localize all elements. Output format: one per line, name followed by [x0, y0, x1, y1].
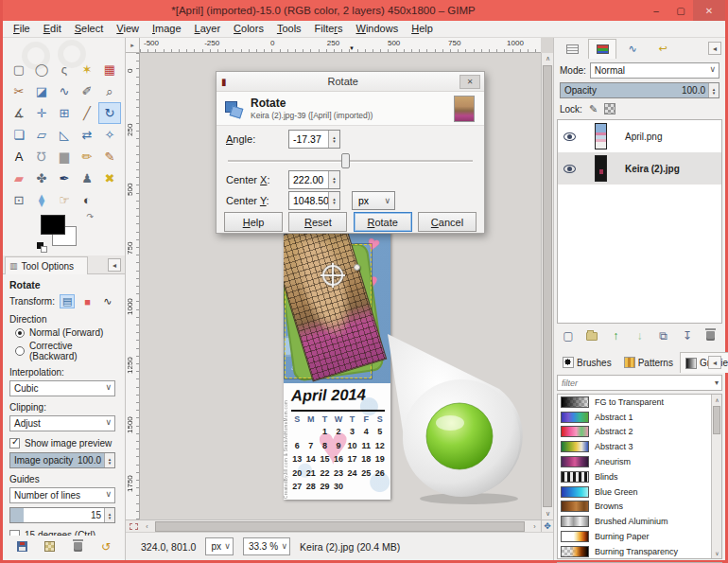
- show-preview-checkbox[interactable]: Show image preview: [9, 438, 115, 449]
- cage-transform-tool[interactable]: ✧: [98, 124, 121, 146]
- guides-type-select[interactable]: Number of lines: [9, 487, 115, 503]
- gradient-row[interactable]: Blue Green: [558, 484, 721, 500]
- fifteen-degrees-checkbox[interactable]: 15 degrees (Ctrl): [9, 530, 115, 536]
- clone-tool[interactable]: ♟: [76, 167, 98, 189]
- cancel-button[interactable]: Cancel: [418, 212, 477, 232]
- ruler-corner-button[interactable]: ▸: [126, 38, 140, 53]
- undo-history-tab[interactable]: ↩: [649, 39, 677, 59]
- angle-slider[interactable]: [228, 153, 473, 168]
- fuzzy-select-tool[interactable]: ✶: [76, 59, 98, 80]
- visibility-eye-icon[interactable]: [563, 165, 576, 173]
- dock-collapse-button[interactable]: ◂: [708, 42, 721, 55]
- angle-input[interactable]: -17.37: [288, 130, 340, 149]
- gradient-row[interactable]: Abstract 3: [558, 439, 721, 454]
- menu-image[interactable]: Image: [146, 21, 188, 37]
- menu-layer[interactable]: Layer: [188, 21, 228, 37]
- save-tool-preset-button[interactable]: [12, 538, 31, 554]
- menu-colors[interactable]: Colors: [227, 21, 270, 37]
- scroll-right-icon[interactable]: ›: [529, 523, 541, 530]
- transform-path-icon[interactable]: ∿: [100, 294, 115, 308]
- new-layer-button[interactable]: ▢: [559, 328, 578, 344]
- channels-tab[interactable]: [558, 39, 586, 59]
- angle-slider-thumb[interactable]: [341, 153, 350, 168]
- visibility-eye-icon[interactable]: [563, 132, 576, 141]
- horizontal-scrollbar[interactable]: [153, 521, 529, 532]
- menu-tools[interactable]: Tools: [270, 21, 308, 37]
- anchor-layer-button[interactable]: ↧: [678, 328, 697, 344]
- mode-select[interactable]: Normal: [590, 62, 719, 79]
- free-select-tool[interactable]: ς: [53, 59, 76, 80]
- scroll-down-icon[interactable]: ∨: [712, 548, 722, 558]
- reset-tool-preset-button[interactable]: ↺: [96, 538, 115, 554]
- spinner[interactable]: [328, 171, 339, 188]
- swap-colors-icon[interactable]: ↷: [86, 212, 94, 221]
- gradient-row[interactable]: Brushed Aluminium: [558, 514, 721, 529]
- perspective-tool[interactable]: ◺: [53, 124, 76, 146]
- smudge-tool[interactable]: ☞: [53, 189, 76, 211]
- crop-tool[interactable]: ╱: [76, 102, 98, 124]
- menu-view[interactable]: View: [110, 21, 146, 37]
- Keira (2).jpg[interactable]: Keira (2).jpg: [558, 152, 721, 185]
- gradient-row[interactable]: Burning Transparency: [558, 544, 721, 559]
- gradient-row[interactable]: Abstract 1: [558, 410, 721, 425]
- menu-select[interactable]: Select: [68, 21, 111, 37]
- new-group-button[interactable]: [582, 328, 601, 344]
- vertical-scroll-thumb[interactable]: [543, 65, 552, 507]
- scroll-left-icon[interactable]: ‹: [141, 523, 153, 530]
- raise-layer-button[interactable]: ↑: [606, 328, 625, 344]
- center-x-input[interactable]: 222.00: [288, 170, 340, 189]
- unit-select[interactable]: px: [352, 191, 395, 210]
- paths-tab[interactable]: ∿: [618, 39, 647, 59]
- color-picker-tool[interactable]: ✐: [76, 80, 98, 102]
- foreground-select-tool[interactable]: ◪: [30, 80, 53, 102]
- horizontal-scroll-thumb[interactable]: [155, 521, 525, 532]
- zoom-select[interactable]: 33.3 %: [243, 537, 290, 555]
- color-area[interactable]: ↷: [37, 214, 95, 257]
- transform-selection-icon[interactable]: ■: [79, 294, 95, 308]
- quick-mask-button[interactable]: [126, 520, 141, 532]
- rectangle-select-tool[interactable]: ▢: [8, 59, 30, 80]
- gradient-filter-input[interactable]: [558, 378, 715, 388]
- delete-tool-preset-button[interactable]: [68, 538, 87, 554]
- eraser-tool[interactable]: ▰: [8, 167, 30, 189]
- help-button[interactable]: Help: [224, 212, 283, 232]
- reset-button[interactable]: Reset: [288, 212, 347, 232]
- blur-sharpen-tool[interactable]: ⧫: [30, 189, 53, 211]
- bucket-fill-tool[interactable]: ℧: [30, 146, 53, 167]
- spinner[interactable]: [104, 508, 114, 522]
- tab-patterns[interactable]: Patterns: [618, 352, 679, 373]
- gradient-scroll-thumb[interactable]: [713, 406, 720, 434]
- move-tool[interactable]: ✛: [30, 102, 53, 124]
- foreground-color-swatch[interactable]: [41, 215, 65, 235]
- menu-filters[interactable]: Filters: [308, 21, 350, 37]
- gradient-row[interactable]: Abstract 2: [558, 425, 721, 440]
- layer-name[interactable]: Keira (2).jpg: [625, 164, 680, 174]
- lock-pixels-icon[interactable]: ✎: [589, 103, 598, 115]
- zoom-tool[interactable]: ⌕: [98, 80, 121, 102]
- close-button[interactable]: ✕: [693, 0, 725, 21]
- gradient-row[interactable]: Browns: [558, 500, 721, 515]
- gradient-scrollbar[interactable]: ∧ ∨: [711, 395, 721, 558]
- scale-tool[interactable]: ❏: [8, 124, 30, 146]
- lower-layer-button[interactable]: ↓: [630, 328, 649, 344]
- layer-name[interactable]: April.png: [625, 132, 662, 142]
- gradient-row[interactable]: Burning Paper: [558, 529, 721, 544]
- gradient-row[interactable]: Blinds: [558, 469, 721, 484]
- navigation-button[interactable]: ✥: [541, 519, 553, 532]
- text-tool[interactable]: A: [8, 146, 30, 167]
- spinner[interactable]: [328, 192, 339, 209]
- restore-tool-preset-button[interactable]: [41, 538, 60, 554]
- dodge-burn-tool[interactable]: ◐: [76, 189, 98, 211]
- blend-tool[interactable]: ▆: [53, 146, 76, 167]
- interpolation-select[interactable]: Cubic: [9, 380, 115, 396]
- ellipse-select-tool[interactable]: ◯: [30, 59, 53, 80]
- direction-corrective-radio[interactable]: Corrective (Backward): [15, 341, 115, 361]
- measure-tool[interactable]: ∡: [8, 102, 30, 124]
- flip-tool[interactable]: ⇄: [76, 124, 98, 146]
- layers-tab[interactable]: [588, 39, 616, 59]
- scroll-up-icon[interactable]: ∧: [712, 395, 722, 405]
- duplicate-layer-button[interactable]: ⧉: [654, 328, 673, 344]
- shear-tool[interactable]: ▱: [30, 124, 53, 146]
- gradient-row[interactable]: FG to Transparent: [558, 395, 721, 410]
- menu-file[interactable]: File: [7, 21, 37, 37]
